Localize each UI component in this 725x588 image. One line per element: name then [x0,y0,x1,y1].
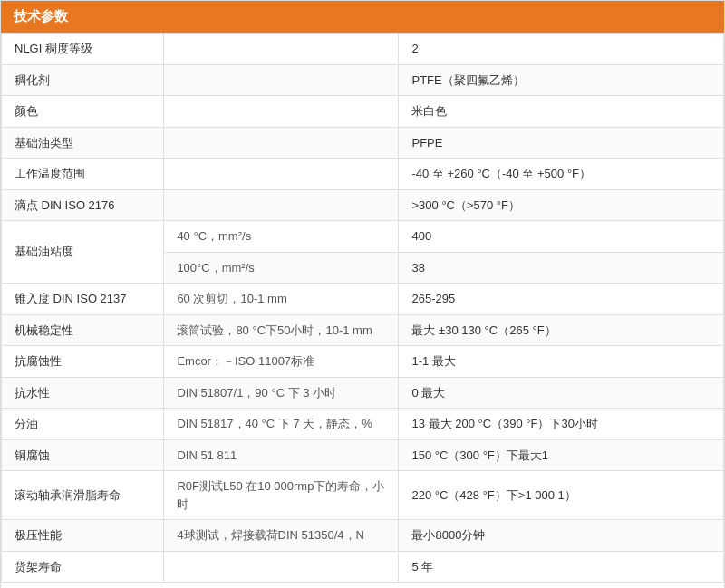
param-detail [164,127,399,159]
param-label: 工作温度范围 [2,159,164,190]
param-detail: 40 °C，mm²/s [164,221,399,253]
param-label: 基础油类型 [2,127,164,159]
param-label: 抗水性 [2,377,164,409]
tech-params-container: 技术参数 NLGI 稠度等级2稠化剂PTFE（聚四氟乙烯）颜色米白色基础油类型P… [0,0,725,588]
header-title: 技术参数 [14,8,68,24]
param-detail [164,189,399,221]
param-value: 5 年 [399,551,724,583]
param-detail: Emcor：－ISO 11007标准 [164,346,399,378]
param-value: 最大 ±30 130 °C（265 °F） [399,314,724,346]
param-value: -40 至 +260 °C（-40 至 +500 °F） [399,159,724,190]
param-detail [164,551,399,583]
param-detail [164,159,399,190]
param-value: 0 最大 [399,377,724,409]
param-detail: 滚筒试验，80 °C下50小时，10-1 mm [164,314,399,346]
param-detail: 100°C，mm²/s [164,252,399,284]
param-label: 滴点 DIN ISO 2176 [2,189,164,221]
param-label: 基础油粘度 [2,221,164,284]
param-label: 货架寿命 [2,551,164,583]
param-value: >300 °C（>570 °F） [399,189,724,221]
param-value: 1-1 最大 [399,346,724,378]
param-label: 颜色 [2,96,164,128]
param-value: 最小8000分钟 [399,520,724,552]
param-label: 稠化剂 [2,64,164,96]
param-detail: DIN 51817，40 °C 下 7 天，静态，% [164,409,399,440]
param-label: 滚动轴承润滑脂寿命 [2,471,164,520]
param-detail: 4球测试，焊接载荷DIN 51350/4，N [164,520,399,552]
param-value: 400 [399,221,724,253]
params-table: NLGI 稠度等级2稠化剂PTFE（聚四氟乙烯）颜色米白色基础油类型PFPE工作… [1,33,724,583]
param-detail: 60 次剪切，10-1 mm [164,284,399,315]
param-value: 2 [399,34,724,65]
param-value: PFPE [399,127,724,159]
footnote: * 典型数值 [1,583,724,588]
param-value: 38 [399,252,724,284]
param-detail: DIN 51 811 [164,439,399,471]
param-detail: DIN 51807/1，90 °C 下 3 小时 [164,377,399,409]
param-value: 13 最大 200 °C（390 °F）下30小时 [399,409,724,440]
param-label: 抗腐蚀性 [2,346,164,378]
param-label: 分油 [2,409,164,440]
param-label: 极压性能 [2,520,164,552]
param-label: 机械稳定性 [2,314,164,346]
param-detail: R0F测试L50 在10 000rmp下的寿命，小时 [164,471,399,520]
param-detail [164,64,399,96]
param-value: 150 °C（300 °F）下最大1 [399,439,724,471]
param-label: 锥入度 DIN ISO 2137 [2,284,164,315]
param-value: 265-295 [399,284,724,315]
param-value: 220 °C（428 °F）下>1 000 1） [399,471,724,520]
param-value: PTFE（聚四氟乙烯） [399,64,724,96]
param-label: 铜腐蚀 [2,439,164,471]
section-header: 技术参数 [1,1,724,33]
param-detail [164,34,399,65]
param-value: 米白色 [399,96,724,128]
param-detail [164,96,399,128]
param-label: NLGI 稠度等级 [2,34,164,65]
